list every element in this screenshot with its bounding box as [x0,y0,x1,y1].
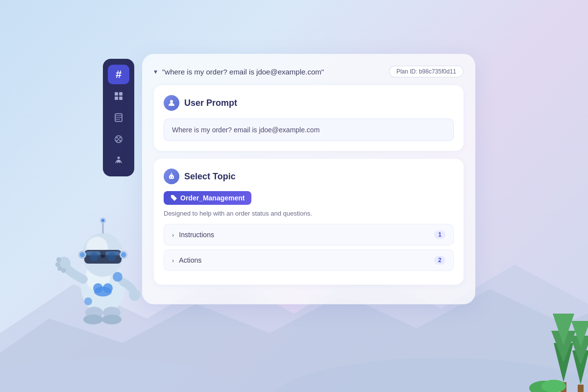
svg-rect-15 [119,92,122,96]
svg-point-28 [118,157,120,159]
svg-point-23 [117,137,118,139]
svg-point-24 [120,137,121,139]
panel-title-row: ▾ "where is my order? email is jdoe@exam… [154,68,324,76]
user-icon [164,95,179,111]
svg-point-26 [120,140,121,142]
topic-icon [164,169,179,184]
svg-point-54 [101,219,104,222]
sidebar-item-figure[interactable] [108,151,129,171]
sidebar: # [103,59,134,176]
main-panel: ▾ "where is my order? email is jdoe@exam… [142,54,475,304]
svg-point-38 [172,196,173,197]
panel-header: ▾ "where is my order? email is jdoe@exam… [154,66,464,77]
svg-point-31 [170,100,173,103]
sidebar-item-book[interactable] [108,108,129,127]
sidebar-item-palette[interactable] [108,129,129,149]
svg-line-30 [121,161,122,163]
svg-point-34 [170,177,171,178]
user-prompt-card: User Prompt Where is my order? email is … [154,85,464,151]
svg-rect-14 [115,92,118,96]
actions-chevron-icon: › [172,257,174,264]
svg-point-27 [118,139,120,140]
svg-rect-16 [115,97,118,100]
prompt-text: Where is my order? email is jdoe@example… [164,119,454,141]
svg-point-25 [117,140,118,142]
collapse-chevron-icon[interactable]: ▾ [154,68,157,75]
select-topic-title: Select Topic [184,172,236,182]
svg-point-13 [541,380,566,392]
actions-label: Actions [179,256,429,264]
svg-point-35 [172,177,173,178]
user-prompt-title: User Prompt [184,98,237,108]
plan-id-badge: Plan ID: b98c735f0d11 [389,66,464,77]
instructions-chevron-icon: › [172,231,174,239]
svg-rect-33 [170,174,173,176]
instructions-label: Instructions [179,231,429,239]
actions-count: 2 [434,256,445,265]
select-topic-header: Select Topic [164,169,454,184]
user-prompt-header: User Prompt [164,95,454,111]
sidebar-item-hash[interactable]: # [108,65,129,84]
svg-point-37 [171,172,172,173]
tag-icon [171,195,177,201]
topic-description: Designed to help with an order status an… [164,210,454,217]
sidebar-item-grid[interactable] [108,86,129,106]
figure-icon [114,156,123,166]
panel-query-label: "where is my order? email is jdoe@exampl… [162,68,324,76]
book-icon [114,113,123,122]
person-icon [168,99,175,107]
svg-point-53 [100,218,106,223]
topic-name: Order_Management [180,194,245,202]
svg-rect-17 [119,97,122,100]
instructions-count: 1 [434,230,445,239]
robot-icon [168,172,175,180]
instructions-expand-row[interactable]: › Instructions 1 [164,224,454,245]
svg-rect-32 [169,175,174,179]
svg-rect-11 [578,385,584,392]
svg-line-29 [116,161,117,163]
actions-expand-row[interactable]: › Actions 2 [164,249,454,271]
select-topic-card: Select Topic Order_Management Designed t… [154,159,464,285]
hash-icon: # [116,68,122,81]
palette-icon [114,134,123,144]
grid-icon [114,91,123,101]
background-trees [510,294,588,392]
topic-badge: Order_Management [164,191,251,205]
